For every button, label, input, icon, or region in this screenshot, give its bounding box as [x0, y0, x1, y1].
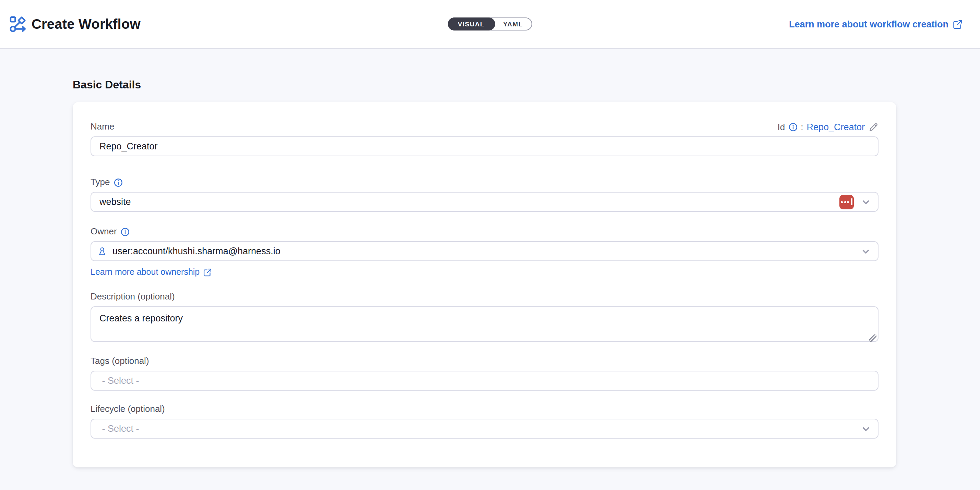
tags-field-group: Tags (optional) — [91, 356, 878, 391]
lifecycle-label: Lifecycle (optional) — [91, 404, 165, 415]
password-manager-extension-icon[interactable] — [839, 195, 854, 209]
learn-more-ownership-label: Learn more about ownership — [91, 267, 200, 277]
main-content: Basic Details Name Id : Repo_Creator — [0, 49, 980, 468]
type-label-row: Type — [91, 177, 878, 188]
person-icon — [97, 246, 107, 256]
chevron-down-icon[interactable] — [861, 246, 871, 256]
id-value-link[interactable]: Repo_Creator — [807, 122, 865, 132]
name-input[interactable] — [91, 136, 878, 156]
description-textarea-wrap: Creates a repository — [91, 306, 878, 345]
workflow-icon — [9, 15, 27, 33]
type-label: Type — [91, 177, 123, 188]
learn-more-workflow-label: Learn more about workflow creation — [789, 19, 948, 29]
page-title: Create Workflow — [32, 16, 141, 32]
description-textarea[interactable]: Creates a repository — [91, 306, 878, 342]
tags-input-wrap — [91, 371, 878, 391]
extension-dot — [847, 201, 850, 203]
type-field-group: Type — [91, 177, 878, 212]
info-icon[interactable] — [114, 178, 123, 187]
chevron-down-icon[interactable] — [861, 197, 871, 207]
info-icon[interactable] — [788, 122, 797, 131]
extension-dot — [841, 201, 843, 203]
id-label: Id — [777, 122, 785, 132]
lifecycle-field-group: Lifecycle (optional) — [91, 404, 878, 439]
edit-pencil-icon[interactable] — [868, 122, 878, 132]
external-link-icon — [203, 268, 212, 276]
tags-select-input[interactable] — [91, 371, 878, 391]
type-input-wrap — [91, 192, 878, 212]
basic-details-card: Name Id : Repo_Creator — [73, 102, 896, 468]
extension-dot — [844, 201, 846, 203]
toggle-yaml[interactable]: YAML — [494, 18, 532, 30]
id-colon: : — [801, 122, 803, 132]
description-label: Description (optional) — [91, 291, 175, 302]
extension-bar — [851, 198, 853, 205]
header-title-group: Create Workflow — [9, 15, 141, 33]
description-label-row: Description (optional) — [91, 291, 878, 302]
owner-label-text: Owner — [91, 226, 117, 237]
type-select-input[interactable] — [91, 192, 878, 212]
name-field-group: Name Id : Repo_Creator — [91, 121, 878, 156]
name-input-wrap — [91, 136, 878, 156]
chevron-down-icon[interactable] — [861, 423, 871, 434]
visual-yaml-toggle: VISUAL YAML — [447, 17, 533, 30]
type-label-text: Type — [91, 177, 110, 188]
name-label: Name — [91, 121, 114, 132]
tags-label: Tags (optional) — [91, 356, 149, 366]
section-title: Basic Details — [73, 79, 980, 91]
name-label-row: Name Id : Repo_Creator — [91, 121, 878, 132]
info-icon[interactable] — [121, 227, 130, 236]
owner-label: Owner — [91, 226, 130, 237]
lifecycle-input-wrap — [91, 419, 878, 439]
owner-input-wrap — [91, 241, 878, 261]
resize-grip[interactable] — [869, 335, 877, 342]
id-row: Id : Repo_Creator — [777, 122, 878, 132]
tags-label-row: Tags (optional) — [91, 356, 878, 366]
lifecycle-label-row: Lifecycle (optional) — [91, 404, 878, 415]
learn-more-ownership-link[interactable]: Learn more about ownership — [91, 267, 212, 277]
owner-label-row: Owner — [91, 226, 878, 237]
owner-select-input[interactable] — [91, 241, 878, 261]
top-header: Create Workflow VISUAL YAML Learn more a… — [0, 0, 980, 49]
owner-field-group: Owner — [91, 226, 878, 278]
lifecycle-select-input[interactable] — [91, 419, 878, 439]
description-field-group: Description (optional) Creates a reposit… — [91, 291, 878, 345]
toggle-visual[interactable]: VISUAL — [447, 17, 495, 30]
learn-more-workflow-link[interactable]: Learn more about workflow creation — [789, 19, 963, 29]
external-link-icon — [953, 19, 963, 29]
page: Create Workflow VISUAL YAML Learn more a… — [0, 0, 980, 490]
